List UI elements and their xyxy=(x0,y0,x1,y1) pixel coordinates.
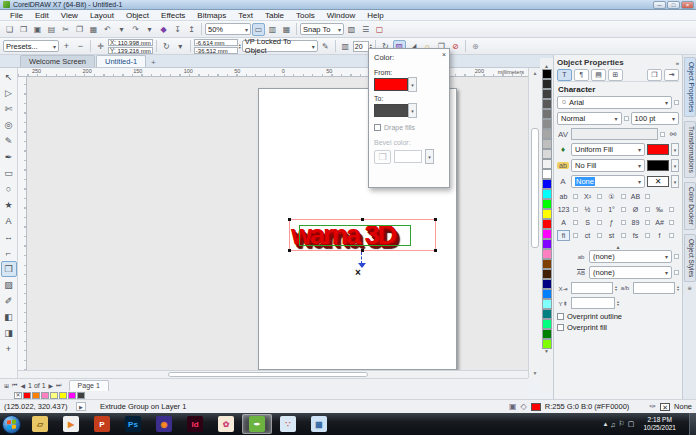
palette-swatch[interactable] xyxy=(542,269,552,279)
export-icon[interactable]: ↥ xyxy=(185,23,198,36)
font-size-dropdown[interactable]: 100 pt▾ xyxy=(631,112,679,125)
copy-icon[interactable]: ❐ xyxy=(73,23,86,36)
application-launcher-icon[interactable]: ☰ xyxy=(359,23,372,36)
presets-dropdown[interactable]: Presets...▾ xyxy=(3,40,59,52)
background-color-dropdown[interactable]: ▾ xyxy=(671,159,679,172)
vanishing-point-marker[interactable]: × xyxy=(355,267,361,278)
property-state-dot[interactable] xyxy=(669,233,674,238)
palette-swatch[interactable] xyxy=(542,239,552,249)
palette-swatch[interactable] xyxy=(542,89,552,99)
fill-bucket-icon[interactable]: ◇ xyxy=(521,402,527,411)
hidden-icons-button[interactable]: ▴ xyxy=(604,420,608,428)
cut-icon[interactable]: ✂ xyxy=(59,23,72,36)
show-rulers-icon[interactable]: ▥ xyxy=(266,23,279,36)
vanishing-point-y-field[interactable]: -36.512 mm xyxy=(194,47,238,54)
vertical-ruler[interactable] xyxy=(18,77,27,370)
polygon-tool[interactable]: ★ xyxy=(1,197,17,213)
menu-item-help[interactable]: Help xyxy=(361,11,389,20)
show-grid-icon[interactable]: ▦ xyxy=(280,23,293,36)
menu-item-edit[interactable]: Edit xyxy=(29,11,55,20)
taskbar-coreldraw[interactable]: ✒ xyxy=(242,414,272,434)
opentype-feature-ab[interactable]: AB xyxy=(629,191,642,202)
menu-item-bitmaps[interactable]: Bitmaps xyxy=(191,11,232,20)
rectangle-tool[interactable]: ▭ xyxy=(1,165,17,181)
menu-item-effects[interactable]: Effects xyxy=(155,11,191,20)
options-icon[interactable]: ▧ xyxy=(345,23,358,36)
menu-item-object[interactable]: Object xyxy=(120,11,155,20)
property-state-dot[interactable] xyxy=(645,207,650,212)
vertical-scrollbar[interactable]: ▲ ▼ xyxy=(528,68,540,378)
interactive-fill-tool[interactable]: ◧ xyxy=(1,309,17,325)
selection-handle[interactable] xyxy=(434,218,437,221)
ab-ratio-field[interactable] xyxy=(633,282,675,294)
document-palette-swatch[interactable] xyxy=(41,392,49,399)
property-state-dot[interactable] xyxy=(674,254,679,259)
menu-item-text[interactable]: Text xyxy=(232,11,259,20)
document-color-settings-icon[interactable]: ▣ xyxy=(509,402,517,411)
docker-collapse-icon[interactable]: » xyxy=(676,60,679,66)
y-position-field[interactable]: Y: 139.216 mm xyxy=(108,47,153,54)
selection-handle[interactable] xyxy=(288,249,291,252)
menu-item-tools[interactable]: Tools xyxy=(290,11,321,20)
palette-swatch[interactable] xyxy=(542,69,552,79)
taskbar-media-player[interactable]: ▶ xyxy=(56,414,86,434)
document-palette-swatch[interactable] xyxy=(23,392,31,399)
document-palette-swatch[interactable] xyxy=(32,392,40,399)
wrap-text[interactable]: ❐ xyxy=(647,69,662,81)
next-page-button[interactable]: ▶ xyxy=(49,382,54,389)
shape-tool[interactable]: ▷ xyxy=(1,85,17,101)
outline-pen-icon[interactable]: ✑ xyxy=(649,402,656,411)
palette-swatch[interactable] xyxy=(542,329,552,339)
opentype-feature-[interactable]: Ø xyxy=(629,204,642,215)
document-tab-welcome-screen[interactable]: Welcome Screen xyxy=(20,55,95,67)
volume-icon[interactable]: ♫ xyxy=(610,421,615,428)
taskbar-firefox[interactable]: ◉ xyxy=(149,414,179,434)
start-button[interactable] xyxy=(2,415,21,434)
palette-swatch[interactable] xyxy=(542,79,552,89)
opentype-feature-123[interactable]: 123 xyxy=(557,204,570,215)
opentype-feature-[interactable]: ‰ xyxy=(653,204,666,215)
x-position-field[interactable]: X: 110.998 mm xyxy=(108,39,153,46)
palette-swatch[interactable] xyxy=(542,229,552,239)
outline-none-swatch[interactable]: ✕ xyxy=(647,176,669,187)
character-list2-dropdown[interactable]: (none)▾ xyxy=(589,266,672,279)
network-icon[interactable]: ▢ xyxy=(628,420,635,428)
palette-swatch[interactable] xyxy=(542,169,552,179)
palette-swatch[interactable] xyxy=(542,189,552,199)
import-icon[interactable]: ↧ xyxy=(171,23,184,36)
paste-icon[interactable]: ▦ xyxy=(87,23,100,36)
drape-fills-checkbox[interactable] xyxy=(374,124,381,131)
horizontal-scroll-thumb[interactable] xyxy=(168,372,368,377)
palette-swatch[interactable] xyxy=(542,119,552,129)
overprint-fill-checkbox[interactable] xyxy=(557,324,564,331)
search-content-icon[interactable]: ◆ xyxy=(157,23,170,36)
docker-tab-object-properties[interactable]: Object Properties xyxy=(684,57,696,117)
snap-to-dropdown[interactable]: Snap To▾ xyxy=(300,23,344,35)
opentype-feature-st[interactable]: st xyxy=(605,230,618,241)
property-state-dot[interactable] xyxy=(573,220,578,225)
outline-color-dropdown[interactable]: ▾ xyxy=(671,175,679,188)
popup-close-icon[interactable]: × xyxy=(442,51,446,58)
rotation-dropdown[interactable]: ▾ xyxy=(174,40,187,53)
full-screen-preview-icon[interactable]: ▭ xyxy=(252,23,265,36)
redo-list-icon[interactable]: ▾ xyxy=(143,23,156,36)
color-eyedropper-tool[interactable]: ✐ xyxy=(1,293,17,309)
palette-scroll-down[interactable]: ▼ xyxy=(544,349,549,354)
y-offset-field[interactable] xyxy=(571,297,615,309)
fill-color-swatch[interactable] xyxy=(647,144,669,155)
docker-add-button[interactable]: ⊕ xyxy=(687,286,691,291)
menu-item-file[interactable]: File xyxy=(4,11,29,20)
opentype-feature-[interactable]: ½ xyxy=(581,204,594,215)
opentype-feature-ct[interactable]: ct xyxy=(581,230,594,241)
opentype-feature-[interactable]: ƒ xyxy=(605,217,618,228)
taskbar-paint[interactable]: ✿ xyxy=(211,414,241,434)
menu-item-window[interactable]: Window xyxy=(321,11,361,20)
docker-tab-object-styles[interactable]: Object Styles xyxy=(684,234,696,282)
property-state-dot[interactable] xyxy=(669,207,674,212)
extrude-depth-field[interactable]: 20 xyxy=(353,41,369,52)
palette-swatch[interactable] xyxy=(542,99,552,109)
opentype-feature-1[interactable]: 1° xyxy=(605,204,618,215)
taskbar-photo-paint[interactable]: ∵ xyxy=(273,414,303,434)
smart-fill-tool[interactable]: ◨ xyxy=(1,325,17,341)
to-color-swatch[interactable] xyxy=(374,104,408,117)
